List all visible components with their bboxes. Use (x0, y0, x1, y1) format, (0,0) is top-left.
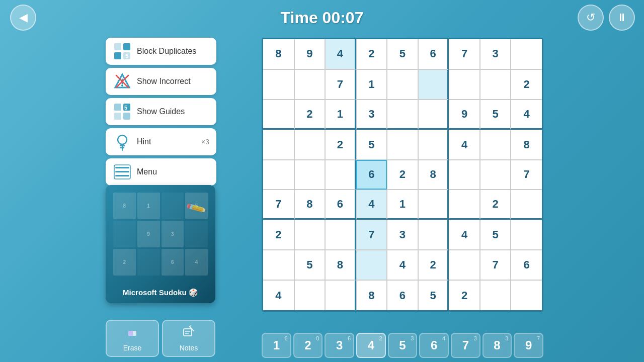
sudoku-cell[interactable]: 2 (294, 100, 326, 130)
sudoku-cell[interactable]: 2 (325, 130, 356, 160)
block-duplicates-item[interactable]: 5 4 Block Duplicates (106, 38, 216, 65)
sudoku-cell[interactable]: 4 (263, 280, 294, 310)
sudoku-cell[interactable] (356, 250, 387, 280)
sudoku-cell[interactable]: 9 (294, 39, 326, 69)
sudoku-cell[interactable] (418, 69, 449, 100)
sudoku-cell[interactable]: 2 (511, 69, 542, 100)
sudoku-cell[interactable]: 2 (387, 160, 418, 190)
sudoku-cell[interactable]: 8 (418, 160, 449, 190)
sudoku-cell[interactable] (449, 69, 480, 100)
sudoku-cell[interactable]: 8 (325, 250, 356, 280)
back-button[interactable]: ◀ (10, 5, 36, 31)
sudoku-cell[interactable] (511, 190, 542, 220)
sudoku-cell[interactable]: 8 (511, 130, 542, 160)
sudoku-cell[interactable] (263, 69, 294, 100)
sudoku-cell[interactable]: 4 (387, 250, 418, 280)
sudoku-cell[interactable]: 2 (449, 280, 480, 310)
number-btn-5[interactable]: 53 (388, 333, 418, 358)
sudoku-cell[interactable] (294, 69, 326, 100)
sudoku-cell[interactable]: 8 (294, 190, 326, 220)
erase-button[interactable]: Erase (106, 320, 159, 357)
sudoku-cell[interactable] (325, 160, 356, 190)
sudoku-cell[interactable]: 4 (511, 100, 542, 130)
hint-item[interactable]: Hint ×3 (106, 128, 216, 155)
sudoku-cell[interactable]: 3 (480, 39, 511, 69)
sudoku-cell[interactable] (325, 220, 356, 250)
number-btn-6[interactable]: 64 (419, 333, 449, 358)
sudoku-cell[interactable]: 4 (356, 190, 387, 220)
number-btn-3[interactable]: 36 (325, 333, 354, 358)
sudoku-cell[interactable] (511, 220, 542, 250)
number-btn-8[interactable]: 83 (482, 333, 512, 358)
sudoku-cell[interactable]: 8 (263, 39, 294, 69)
sudoku-cell[interactable]: 6 (511, 250, 542, 280)
sudoku-cell[interactable] (294, 220, 326, 250)
sudoku-cell[interactable] (263, 160, 294, 190)
sudoku-cell[interactable] (449, 250, 480, 280)
sudoku-cell[interactable]: 5 (480, 100, 511, 130)
number-btn-4[interactable]: 42 (356, 333, 386, 358)
number-btn-2[interactable]: 20 (293, 333, 323, 358)
sudoku-cell[interactable]: 1 (325, 100, 356, 130)
number-btn-9[interactable]: 97 (514, 333, 543, 358)
sudoku-cell[interactable] (387, 130, 418, 160)
sudoku-cell[interactable] (480, 130, 511, 160)
sudoku-cell[interactable]: 1 (356, 69, 387, 100)
sudoku-cell[interactable] (418, 220, 449, 250)
sudoku-cell[interactable]: 7 (356, 220, 387, 250)
sudoku-cell[interactable]: 4 (325, 39, 356, 69)
sudoku-cell[interactable]: 6 (418, 39, 449, 69)
sudoku-cell[interactable]: 4 (449, 220, 480, 250)
sudoku-cell[interactable] (480, 280, 511, 310)
sudoku-cell[interactable]: 6 (325, 190, 356, 220)
sudoku-cell[interactable]: 7 (511, 160, 542, 190)
sudoku-cell[interactable]: 1 (387, 190, 418, 220)
sudoku-cell[interactable] (387, 100, 418, 130)
undo-button[interactable]: ↺ (578, 5, 604, 31)
sudoku-cell[interactable]: 5 (418, 280, 449, 310)
sudoku-cell[interactable]: 8 (356, 280, 387, 310)
sudoku-cell[interactable] (449, 160, 480, 190)
number-btn-1[interactable]: 16 (262, 333, 291, 358)
sudoku-cell[interactable]: 7 (263, 190, 294, 220)
sudoku-cell[interactable]: 2 (263, 220, 294, 250)
sudoku-cell[interactable]: 5 (387, 39, 418, 69)
sudoku-cell[interactable] (294, 130, 326, 160)
sudoku-cell[interactable] (418, 130, 449, 160)
sudoku-cell[interactable]: 3 (387, 220, 418, 250)
sudoku-cell[interactable] (418, 190, 449, 220)
sudoku-cell[interactable]: 5 (356, 130, 387, 160)
sudoku-cell[interactable]: 6 (387, 280, 418, 310)
sudoku-cell[interactable]: 9 (449, 100, 480, 130)
menu-item[interactable]: Menu (106, 158, 216, 186)
sudoku-cell[interactable]: 2 (418, 250, 449, 280)
sudoku-cell[interactable] (480, 69, 511, 100)
sudoku-cell[interactable]: 7 (449, 39, 480, 69)
sudoku-cell[interactable] (480, 160, 511, 190)
show-incorrect-item[interactable]: Show Incorrect (106, 68, 216, 95)
sudoku-cell[interactable]: 7 (325, 69, 356, 100)
number-btn-7[interactable]: 73 (451, 333, 480, 358)
sudoku-cell[interactable] (263, 100, 294, 130)
sudoku-cell[interactable] (263, 130, 294, 160)
sudoku-cell[interactable] (511, 280, 542, 310)
sudoku-cell[interactable]: 2 (480, 190, 511, 220)
sudoku-cell[interactable] (294, 280, 326, 310)
sudoku-cell[interactable]: 4 (449, 130, 480, 160)
sudoku-cell[interactable] (387, 69, 418, 100)
sudoku-cell[interactable]: 5 (294, 250, 326, 280)
pause-button[interactable]: ⏸ (609, 5, 635, 31)
sudoku-cell[interactable] (418, 100, 449, 130)
sudoku-cell[interactable] (449, 190, 480, 220)
sudoku-cell[interactable]: 5 (480, 220, 511, 250)
sudoku-cell[interactable]: 2 (356, 39, 387, 69)
sudoku-cell[interactable]: 7 (480, 250, 511, 280)
show-guides-item[interactable]: 5 Show Guides (106, 98, 216, 125)
sudoku-cell[interactable]: 3 (356, 100, 387, 130)
sudoku-cell[interactable] (294, 160, 326, 190)
sudoku-cell[interactable] (263, 250, 294, 280)
sudoku-cell[interactable] (325, 280, 356, 310)
notes-button[interactable]: Notes (162, 320, 215, 357)
sudoku-cell[interactable] (511, 39, 542, 69)
sudoku-cell[interactable]: 6 (356, 160, 387, 190)
